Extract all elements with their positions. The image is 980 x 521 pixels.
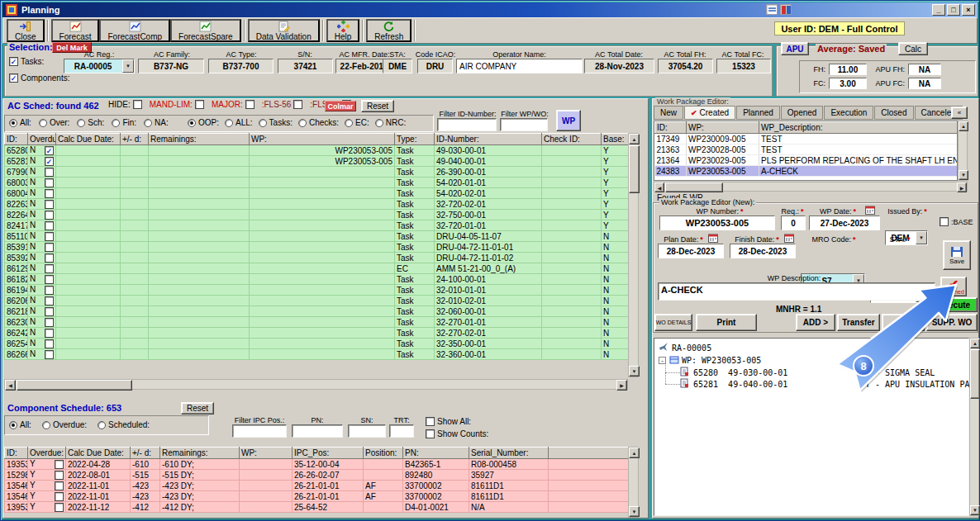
wp-grid-row[interactable]: 21363WP230028-005TEST [655, 144, 958, 155]
ac-sched-row[interactable]: 65281N✓WP230053-005Task49-040-00-01Y [5, 156, 629, 167]
col-header[interactable]: WP: [250, 134, 395, 145]
scroll-thumb[interactable] [17, 380, 132, 391]
col-header[interactable]: +/- d: [121, 134, 149, 145]
tab-new[interactable]: New [654, 106, 683, 120]
colmar-button[interactable]: Colmar [325, 101, 356, 111]
maximize-button[interactable]: □ [947, 4, 960, 16]
print-button[interactable]: Print [696, 314, 757, 331]
radio[interactable] [98, 421, 106, 429]
scroll-down-icon[interactable]: ▼ [629, 366, 640, 377]
supp-wo-button[interactable]: SUPP. WO [926, 314, 978, 331]
obscured-button[interactable] [882, 314, 925, 331]
sched-filter-checkbox[interactable] [245, 100, 255, 109]
radio-option[interactable]: NA: [144, 118, 169, 127]
radio[interactable] [225, 119, 233, 127]
ac-sched-row[interactable]: 86230NTask32-270-01-01N [5, 317, 629, 328]
ac-sched-row[interactable]: 67990NTask26-390-00-01Y [5, 167, 629, 178]
row-checkbox[interactable] [45, 221, 54, 230]
radio[interactable] [188, 119, 196, 127]
tab-execution[interactable]: Execution [824, 106, 873, 120]
scroll-up-icon[interactable]: ▲ [629, 134, 640, 144]
col-header[interactable]: ID-Number: [435, 134, 542, 145]
ac-sched-row[interactable]: 82264NTask32-750-00-01Y [5, 210, 629, 220]
ac-sched-row[interactable]: 86266NTask32-360-00-01N [5, 349, 629, 360]
wp-date-field[interactable]: 27-Dec-2023 [809, 216, 880, 230]
scroll-left-icon[interactable]: ◀ [5, 380, 16, 391]
finish-date-field[interactable]: 28-Dec-2023 [730, 244, 796, 258]
col-header[interactable]: Serial_Number: [469, 448, 549, 459]
component-row[interactable]: 15298Y2022-08-01-515-515 DY;26-26-02-078… [5, 470, 629, 481]
scroll-up-icon[interactable]: ▲ [959, 121, 968, 131]
tree-wp-node[interactable]: WP: WP230053-005 [682, 356, 761, 365]
wp-grid-row[interactable]: 17349WP230009-005TEST [655, 134, 958, 144]
col-header[interactable]: WP_Description: [759, 122, 958, 134]
row-checkbox[interactable] [45, 189, 54, 198]
col-header[interactable]: ID: [5, 134, 28, 145]
sched-filter-checkbox[interactable] [195, 100, 204, 109]
tab-opened[interactable]: Opened [781, 106, 824, 120]
forecast-button[interactable]: Forecast [51, 19, 100, 42]
row-checkbox[interactable] [55, 460, 64, 469]
tree-vscrollbar[interactable]: ▲ ▼ [969, 338, 979, 516]
component-vscrollbar[interactable]: ▲ ▼ [628, 447, 639, 518]
ac-sched-row[interactable]: 85392NTaskDRU-04-72-11-01-02N [5, 253, 629, 263]
ac-sched-row[interactable]: 85110NTaskDRU-04-05-11-07N [5, 231, 629, 242]
radio[interactable] [112, 119, 120, 127]
row-checkbox[interactable] [55, 492, 64, 501]
scroll-down-icon[interactable]: ▼ [959, 170, 968, 180]
wp-button[interactable]: WP [556, 110, 581, 131]
row-checkbox[interactable]: ✓ [45, 146, 54, 155]
chevron-down-icon[interactable]: ▼ [122, 59, 134, 73]
tab-closed[interactable]: Closed [874, 106, 913, 120]
ac-sched-row[interactable]: 85391NTaskDRU-04-72-11-01-01N [5, 242, 629, 253]
wp-grid-row[interactable]: 21364WP230029-005PLS PERFORM REPLACING O… [655, 155, 958, 166]
radio[interactable] [345, 119, 353, 127]
execute-button[interactable]: Execute [931, 297, 978, 312]
row-checkbox[interactable] [45, 307, 54, 316]
col-header[interactable]: Remainings: [160, 448, 240, 459]
tasks-checkbox[interactable]: ✓ [9, 57, 18, 66]
wp-grid-hscrollbar[interactable]: ◀ ▶ [654, 182, 968, 192]
ac-reg-select[interactable]: RA-00005▼ [64, 59, 135, 73]
wp-number-field[interactable]: WP230053-005 [659, 216, 775, 230]
data-validation-button[interactable]: Data Validation [248, 19, 320, 42]
radio[interactable] [9, 421, 17, 429]
scroll-thumb[interactable] [970, 349, 980, 399]
planned-button[interactable]: ✔ Planned [940, 277, 967, 296]
ac-sched-vscrollbar[interactable]: ▲ ▼ [628, 133, 639, 377]
col-header[interactable]: +/- d: [131, 448, 160, 459]
col-header[interactable]: WP: [240, 448, 293, 459]
col-header[interactable]: Calc Due Date: [66, 448, 131, 459]
scroll-down-icon[interactable]: ▼ [629, 506, 640, 517]
add-button[interactable]: ADD > [796, 314, 835, 331]
ac-sched-row[interactable]: 86206NTask32-010-02-01N [5, 296, 629, 306]
radio-option[interactable]: EC: [345, 118, 369, 127]
plan-date-field[interactable]: 28-Dec-2023 [658, 244, 724, 258]
radio-option[interactable]: Scheduled: [98, 420, 150, 429]
ac-sched-row[interactable]: 68003NTask54-020-01-01Y [5, 178, 629, 188]
calendar-icon[interactable] [865, 206, 875, 215]
scroll-right-icon[interactable]: ▶ [957, 182, 967, 192]
sn-input[interactable] [348, 424, 386, 438]
scroll-thumb[interactable] [629, 145, 640, 193]
apu-button[interactable]: APU [781, 42, 809, 55]
reset-button[interactable]: Reset [361, 100, 394, 112]
col-header[interactable]: ID: [655, 122, 687, 134]
tab-planned[interactable]: Planned [736, 106, 780, 120]
row-checkbox[interactable] [45, 243, 54, 252]
row-checkbox[interactable] [45, 253, 54, 263]
radio[interactable] [77, 119, 85, 127]
col-header[interactable]: ID: [5, 448, 28, 459]
col-header[interactable]: Calc Due Date: [56, 134, 121, 145]
ac-sched-row[interactable]: 68004NTask54-020-02-01Y [5, 188, 629, 199]
trt-input[interactable] [389, 424, 414, 438]
col-header[interactable]: Check ID: [542, 134, 602, 145]
transfer-button[interactable]: Transfer [837, 314, 880, 331]
collapse-panel-button[interactable]: « [951, 107, 968, 119]
close-window-button[interactable]: × [962, 4, 975, 16]
radio[interactable] [259, 119, 267, 127]
ac-sched-row[interactable]: 86182NTask24-100-00-01N [5, 274, 629, 285]
components-checkbox[interactable]: ✓ [9, 73, 18, 83]
radio[interactable] [375, 119, 383, 127]
ac-sched-row[interactable]: 86242NTask32-270-02-01N [5, 328, 629, 339]
